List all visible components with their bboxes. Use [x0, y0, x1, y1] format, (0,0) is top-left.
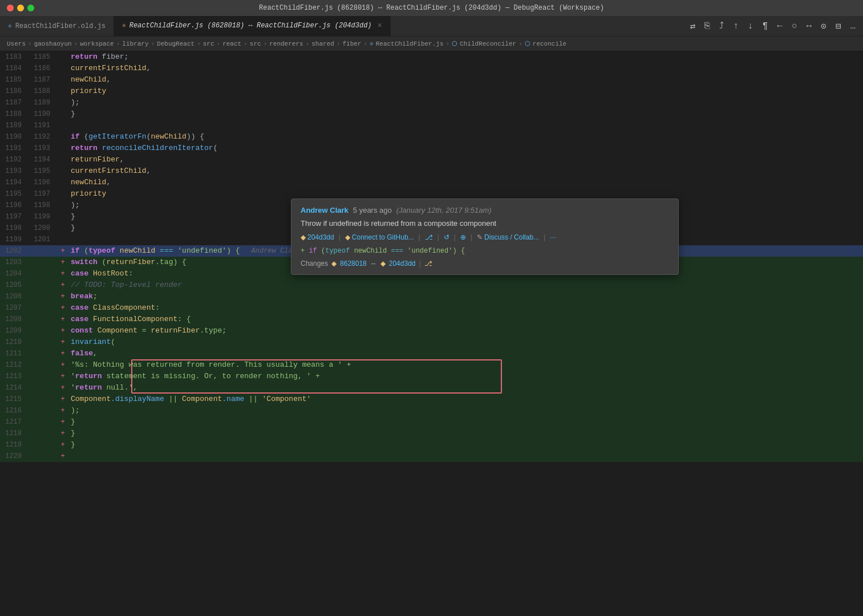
breadcrumb-library[interactable]: library [122, 40, 148, 47]
breadcrumb-sep8: › [264, 40, 268, 47]
blame-history-link[interactable]: ↺ [444, 233, 449, 241]
line-code: priority [68, 86, 863, 97]
blame-more-link[interactable]: ··· [550, 233, 556, 241]
line-code: priority [68, 188, 863, 200]
code-pane[interactable]: 11831185 return fiber;11841186 currentFi… [0, 51, 863, 616]
line-number-left: 1216 [0, 405, 29, 416]
blame-branch-link[interactable]: ⎇ [425, 233, 433, 241]
breadcrumb-src1[interactable]: src [203, 40, 214, 47]
code-line: 1218+ } [0, 428, 863, 439]
tab-close-button[interactable]: × [378, 21, 382, 30]
breadcrumb: Users › gaoshaoyun › workspace › library… [0, 37, 863, 51]
copy-button[interactable]: ⎘ [702, 20, 713, 33]
breadcrumb-class[interactable]: ChildReconciler [460, 40, 516, 47]
line-number-right: 1193 [29, 143, 57, 154]
line-number-right [29, 428, 57, 439]
more-button[interactable]: … [847, 20, 858, 33]
code-content[interactable]: 11831185 return fiber;11841186 currentFi… [0, 51, 863, 616]
git-icon: ⚛ [122, 22, 126, 29]
up-button[interactable]: ↑ [730, 20, 742, 33]
traffic-lights[interactable] [7, 5, 34, 11]
line-number-left: 1185 [0, 74, 29, 86]
blame-sha-link[interactable]: ◆ 204d3dd [301, 233, 334, 241]
tab-old-label: ReactChildFiber.old.js [15, 22, 106, 30]
down-button[interactable]: ↓ [745, 20, 756, 33]
changes-sha2[interactable]: 204d3dd [389, 260, 416, 268]
breadcrumb-fiber[interactable]: fiber [342, 40, 361, 47]
line-gutter: + [57, 302, 68, 314]
breadcrumb-fn[interactable]: reconcile [533, 40, 566, 47]
line-number-right: 1198 [29, 200, 57, 211]
split-button[interactable]: ⊟ [833, 19, 844, 33]
minimize-button[interactable] [17, 5, 24, 11]
line-code: case FunctionalComponent: { [68, 314, 863, 325]
code-line: 1208+ case FunctionalComponent: { [0, 314, 863, 325]
breadcrumb-renderers[interactable]: renderers [269, 40, 303, 47]
open-button[interactable]: ⤴ [716, 19, 727, 33]
line-number-left: 1190 [0, 131, 29, 143]
line-code: return reconcileChildrenIterator( [68, 143, 863, 154]
breadcrumb-users[interactable]: Users [7, 40, 26, 47]
left-arrow-button[interactable]: ← [774, 20, 785, 33]
tab-diff-file[interactable]: ⚛ ReactChildFiber.js (8628018) ↔ ReactCh… [114, 16, 391, 36]
line-code: const Component = returnFiber.type; [68, 325, 863, 337]
line-number-right [29, 291, 57, 302]
line-gutter: + [57, 325, 68, 337]
line-code: returnFiber, [68, 154, 863, 165]
breadcrumb-file[interactable]: ReactChildFiber.js [376, 40, 444, 47]
line-number-right [29, 371, 57, 382]
blame-discuss-link[interactable]: ✎ Discuss / Collab... [477, 233, 539, 241]
line-number-left: 1183 [0, 51, 29, 63]
line-number-right: 1195 [29, 165, 57, 177]
line-code: invariant( [68, 337, 863, 348]
breadcrumb-react[interactable]: react [222, 40, 241, 47]
nav-button[interactable]: ⊙ [818, 19, 829, 33]
blame-sep3: | [437, 233, 439, 241]
line-number-right [29, 268, 57, 279]
line-number-left: 1205 [0, 279, 29, 291]
line-number-left: 1217 [0, 416, 29, 428]
maximize-button[interactable] [27, 5, 34, 11]
line-number-left: 1184 [0, 63, 29, 74]
code-line: 1213+ 'return statement is missing. Or, … [0, 371, 863, 382]
titlebar: ReactChildFiber.js (8628018) ↔ ReactChil… [0, 0, 863, 16]
breadcrumb-sep12: › [446, 40, 450, 47]
tab-old-file[interactable]: ⚛ ReactChildFiber.old.js [0, 16, 114, 36]
arrows-button[interactable]: ↔ [804, 20, 815, 33]
line-number-left: 1209 [0, 325, 29, 337]
blame-world-link[interactable]: ⊕ [460, 233, 466, 241]
breadcrumb-shared[interactable]: shared [311, 40, 334, 47]
line-gutter: + [57, 394, 68, 405]
editor-area: 11831185 return fiber;11841186 currentFi… [0, 51, 863, 616]
breadcrumb-src2[interactable]: src [250, 40, 261, 47]
breadcrumb-debugreact[interactable]: DebugReact [157, 40, 195, 47]
pilcrow-button[interactable]: ¶ [760, 20, 771, 33]
blame-code-preview: + if (typeof newChild === 'undefined') { [301, 247, 669, 255]
compare-button[interactable]: ⇄ [687, 19, 699, 33]
line-gutter: + [57, 268, 68, 279]
code-line: 1217+ } [0, 416, 863, 428]
close-button[interactable] [7, 5, 14, 11]
toolbar-right: ⇄ ⎘ ⤴ ↑ ↓ ¶ ← ○ ↔ ⊙ ⊟ … [683, 16, 863, 36]
code-line: 1209+ const Component = returnFiber.type… [0, 325, 863, 337]
breadcrumb-gaoshaoyun[interactable]: gaoshaoyun [34, 40, 72, 47]
breadcrumb-file-icon: ⚛ [370, 40, 374, 47]
code-line: 11921194 returnFiber, [0, 154, 863, 165]
code-line: 11861188 priority [0, 86, 863, 97]
tab-diff-label: ReactChildFiber.js (8628018) ↔ ReactChil… [129, 22, 372, 30]
line-number-right: 1200 [29, 222, 57, 234]
line-code: newChild, [68, 177, 863, 188]
right-circle-button[interactable]: ○ [789, 20, 800, 33]
changes-sha1[interactable]: 8628018 [340, 260, 367, 268]
line-number-right [29, 416, 57, 428]
blame-github-link[interactable]: ◆ Connect to GitHub... [345, 233, 414, 241]
code-line: 1216+ ); [0, 405, 863, 416]
blame-message: Throw if undefined is returned from a co… [301, 219, 669, 228]
blame-discuss-text: Discuss / Collab... [484, 233, 539, 241]
breadcrumb-workspace[interactable]: workspace [80, 40, 114, 47]
line-code: // TODO: Top-level render [68, 279, 863, 291]
line-number-left: 1219 [0, 439, 29, 451]
line-number-right: 1197 [29, 188, 57, 200]
blame-author: Andrew Clark [301, 206, 349, 214]
line-number-left: 1203 [0, 257, 29, 268]
